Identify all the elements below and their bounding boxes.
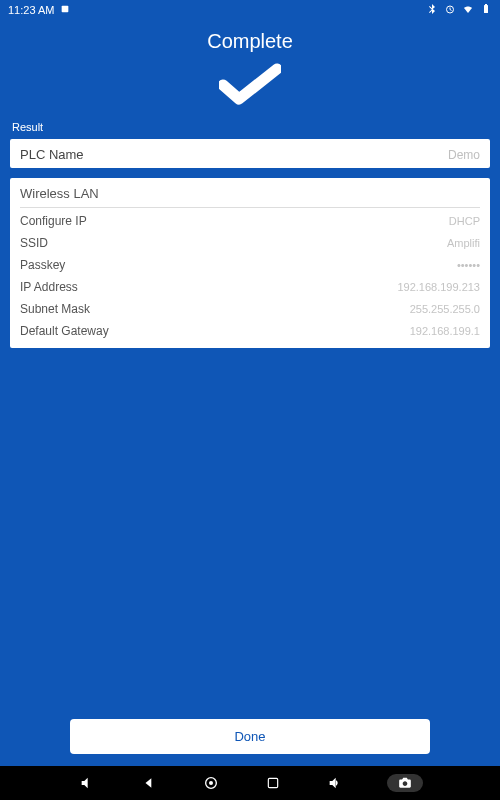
svg-rect-2	[484, 5, 488, 13]
battery-icon	[480, 3, 492, 17]
row-passkey: Passkey ••••••	[20, 254, 480, 276]
row-value: 192.168.199.213	[397, 281, 480, 293]
status-left: 11:23 AM	[8, 4, 70, 16]
recents-icon[interactable]	[263, 773, 283, 793]
row-value: DHCP	[449, 215, 480, 227]
row-label: Subnet Mask	[20, 302, 90, 316]
volume-up-icon[interactable]	[325, 773, 345, 793]
notification-icon	[60, 4, 70, 16]
checkmark-icon	[0, 63, 500, 107]
plc-name-value: Demo	[448, 148, 480, 162]
status-bar: 11:23 AM	[0, 0, 500, 20]
row-label: Configure IP	[20, 214, 87, 228]
row-label: SSID	[20, 236, 48, 250]
row-configure-ip: Configure IP DHCP	[20, 210, 480, 232]
content: Result PLC Name Demo Wireless LAN Config…	[0, 121, 500, 358]
status-time: 11:23 AM	[8, 4, 54, 16]
home-icon[interactable]	[201, 773, 221, 793]
svg-rect-6	[268, 778, 277, 787]
svg-rect-3	[485, 4, 487, 5]
plc-name-label: PLC Name	[20, 147, 84, 162]
row-label: Passkey	[20, 258, 65, 272]
wifi-icon	[462, 3, 474, 17]
plc-name-card: PLC Name Demo	[10, 139, 490, 168]
volume-down-icon[interactable]	[77, 773, 97, 793]
wireless-lan-title: Wireless LAN	[20, 186, 480, 208]
row-value: ••••••	[457, 259, 480, 271]
row-value: 192.168.199.1	[410, 325, 480, 337]
row-ssid: SSID Amplifi	[20, 232, 480, 254]
android-nav-bar	[0, 766, 500, 800]
screenshot-button[interactable]	[387, 774, 423, 792]
row-default-gateway: Default Gateway 192.168.199.1	[20, 320, 480, 342]
svg-rect-0	[62, 6, 69, 13]
status-right	[426, 3, 492, 17]
row-label: Default Gateway	[20, 324, 109, 338]
done-wrap: Done	[0, 709, 500, 766]
svg-point-5	[209, 781, 213, 785]
back-icon[interactable]	[139, 773, 159, 793]
row-ip-address: IP Address 192.168.199.213	[20, 276, 480, 298]
bluetooth-icon	[426, 3, 438, 17]
result-label: Result	[10, 121, 490, 139]
row-label: IP Address	[20, 280, 78, 294]
spacer	[0, 358, 500, 709]
done-button[interactable]: Done	[70, 719, 430, 754]
page-title: Complete	[0, 30, 500, 53]
alarm-icon	[444, 3, 456, 17]
row-value: Amplifi	[447, 237, 480, 249]
wireless-lan-card: Wireless LAN Configure IP DHCP SSID Ampl…	[10, 178, 490, 348]
header: Complete	[0, 20, 500, 121]
row-value: 255.255.255.0	[410, 303, 480, 315]
row-subnet-mask: Subnet Mask 255.255.255.0	[20, 298, 480, 320]
